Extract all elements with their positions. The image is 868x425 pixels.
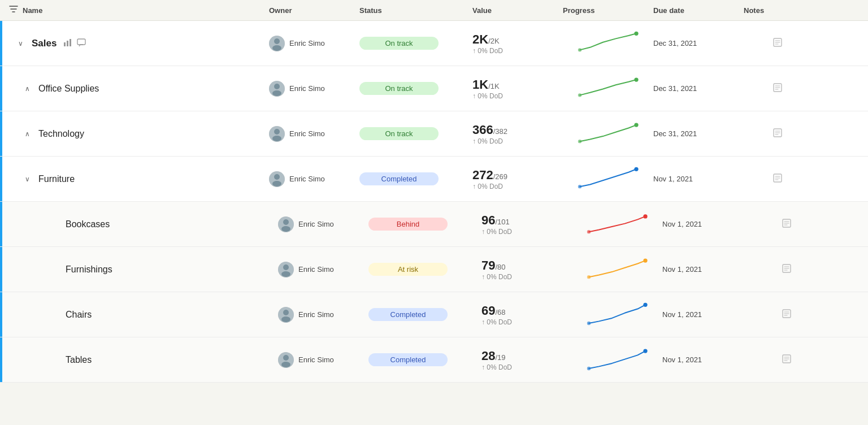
row-name: Furnishings bbox=[66, 264, 112, 275]
svg-point-36 bbox=[281, 271, 290, 277]
avatar bbox=[278, 216, 294, 232]
row-note[interactable] bbox=[744, 128, 811, 140]
svg-point-14 bbox=[578, 93, 581, 97]
svg-point-6 bbox=[272, 45, 281, 51]
row-note[interactable] bbox=[744, 173, 811, 185]
chevron-icon[interactable]: ∧ bbox=[25, 130, 34, 138]
comment-icon[interactable] bbox=[77, 38, 86, 49]
header-name-label: Name bbox=[23, 6, 42, 15]
value-sub: /101 bbox=[495, 218, 509, 226]
svg-point-29 bbox=[283, 219, 289, 225]
value-main: 366 bbox=[472, 123, 493, 137]
table-row[interactable]: Tables Enric Simo Completed 28/19 ↑ 0% D… bbox=[0, 337, 868, 383]
table-row[interactable]: ∧ Technology Enric Simo On track 366/382… bbox=[0, 111, 868, 157]
status-badge: Completed bbox=[368, 308, 448, 321]
value-main: 2K bbox=[472, 32, 488, 46]
row-owner: Enric Simo bbox=[269, 171, 359, 187]
note-icon[interactable] bbox=[782, 263, 792, 276]
value-dod: ↑ 0% DoD bbox=[481, 228, 572, 236]
row-note[interactable] bbox=[744, 83, 811, 95]
note-icon[interactable] bbox=[782, 354, 792, 366]
svg-point-5 bbox=[274, 38, 280, 44]
chevron-icon[interactable]: ∨ bbox=[18, 40, 27, 47]
row-status[interactable]: Completed bbox=[368, 308, 481, 321]
row-status[interactable]: On track bbox=[359, 82, 472, 95]
status-badge: On track bbox=[359, 37, 439, 50]
note-icon[interactable] bbox=[772, 128, 783, 140]
owner-name: Enric Simo bbox=[289, 84, 325, 93]
table-row[interactable]: Chairs Enric Simo Completed 69/68 ↑ 0% D… bbox=[0, 292, 868, 337]
chevron-icon[interactable]: ∧ bbox=[25, 85, 34, 93]
note-icon[interactable] bbox=[772, 173, 783, 185]
value-dod: ↑ 0% DoD bbox=[481, 273, 572, 281]
table-row[interactable]: Bookcases Enric Simo Behind 96/101 ↑ 0% … bbox=[0, 202, 868, 247]
row-name: Furniture bbox=[38, 174, 75, 184]
note-icon[interactable] bbox=[782, 218, 792, 231]
value-sub: /269 bbox=[493, 172, 507, 181]
row-progress bbox=[563, 29, 653, 58]
row-note[interactable] bbox=[753, 354, 821, 366]
note-icon[interactable] bbox=[772, 83, 783, 95]
row-due-date: Nov 1, 2021 bbox=[653, 175, 744, 183]
goals-table: Name Owner Status Value Progress Due dat… bbox=[0, 0, 868, 425]
table-row[interactable]: Furnishings Enric Simo At risk 79/80 ↑ 0… bbox=[0, 247, 868, 292]
table-row[interactable]: ∨ Sales Enr bbox=[0, 21, 868, 66]
header-owner: Owner bbox=[269, 6, 359, 15]
row-name-cell: ∨ Furniture bbox=[9, 165, 269, 193]
note-icon[interactable] bbox=[772, 37, 783, 50]
row-name-cell: Chairs bbox=[18, 301, 278, 329]
row-name-cell: Tables bbox=[18, 346, 278, 374]
svg-point-18 bbox=[272, 136, 281, 141]
row-owner: Enric Simo bbox=[278, 216, 368, 232]
row-name: Tables bbox=[66, 355, 92, 365]
table-row[interactable]: ∧ Office Supplies Enric Simo On track 1K… bbox=[0, 66, 868, 111]
row-value: 272/269 ↑ 0% DoD bbox=[472, 168, 563, 190]
row-value: 96/101 ↑ 0% DoD bbox=[481, 213, 572, 236]
row-status[interactable]: At risk bbox=[368, 263, 481, 276]
row-accent bbox=[0, 21, 2, 66]
note-icon[interactable] bbox=[782, 309, 792, 321]
svg-rect-0 bbox=[64, 42, 66, 46]
row-note[interactable] bbox=[744, 37, 811, 50]
avatar bbox=[278, 262, 294, 277]
row-note[interactable] bbox=[753, 309, 821, 321]
status-badge: At risk bbox=[368, 263, 448, 276]
row-status[interactable]: On track bbox=[359, 37, 472, 50]
row-value: 1K/1K ↑ 0% DoD bbox=[472, 77, 563, 100]
row-due-date: Nov 1, 2021 bbox=[662, 265, 753, 274]
svg-point-12 bbox=[272, 90, 281, 96]
row-owner: Enric Simo bbox=[269, 81, 359, 97]
row-accent bbox=[0, 247, 2, 292]
header-notes: Notes bbox=[744, 6, 811, 15]
row-status[interactable]: Behind bbox=[368, 218, 481, 231]
value-dod: ↑ 0% DoD bbox=[472, 183, 563, 190]
row-accent bbox=[0, 202, 2, 246]
row-progress bbox=[572, 255, 662, 284]
row-note[interactable] bbox=[753, 263, 821, 276]
row-progress bbox=[563, 120, 653, 148]
row-due-date: Nov 1, 2021 bbox=[662, 355, 753, 364]
svg-point-50 bbox=[587, 366, 591, 370]
row-status[interactable]: Completed bbox=[368, 353, 481, 366]
row-value: 2K/2K ↑ 0% DoD bbox=[472, 32, 563, 55]
row-status[interactable]: Completed bbox=[359, 172, 472, 185]
svg-point-30 bbox=[281, 226, 290, 232]
row-due-date: Dec 31, 2021 bbox=[653, 39, 744, 47]
avatar bbox=[269, 36, 285, 51]
value-dod: ↑ 0% DoD bbox=[472, 137, 563, 145]
row-name: Technology bbox=[38, 129, 84, 139]
owner-name: Enric Simo bbox=[298, 220, 334, 228]
row-progress bbox=[572, 210, 662, 238]
filter-icon[interactable] bbox=[9, 5, 18, 16]
value-dod: ↑ 0% DoD bbox=[481, 363, 572, 371]
row-name-cell: ∧ Technology bbox=[9, 120, 269, 148]
avatar bbox=[269, 126, 285, 142]
row-note[interactable] bbox=[753, 218, 821, 231]
row-accent bbox=[0, 157, 2, 201]
table-row[interactable]: ∨ Furniture Enric Simo Completed 272/269… bbox=[0, 157, 868, 202]
chevron-icon[interactable]: ∨ bbox=[25, 175, 34, 183]
row-owner: Enric Simo bbox=[269, 36, 359, 51]
row-status[interactable]: On track bbox=[359, 127, 472, 140]
row-due-date: Nov 1, 2021 bbox=[662, 220, 753, 228]
bar-chart-icon[interactable] bbox=[63, 38, 72, 49]
